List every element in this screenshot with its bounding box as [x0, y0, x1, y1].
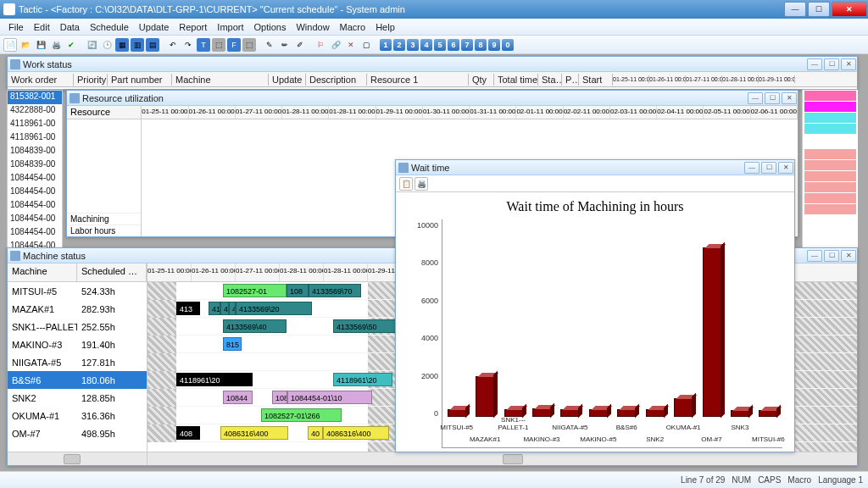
- ms-max-icon[interactable]: ☐: [824, 250, 839, 262]
- ms-table-row[interactable]: OM-#7498.95h: [8, 424, 147, 442]
- ms-table-row[interactable]: MITSUI-#5524.33h: [8, 282, 147, 300]
- gantt-bar[interactable]: 10844: [223, 391, 253, 404]
- ms-hdr-machine[interactable]: Machine: [8, 263, 77, 281]
- ms-table-row[interactable]: SNK2128.85h: [8, 389, 147, 407]
- util-min-icon[interactable]: —: [748, 92, 763, 104]
- ws-col-partnumber[interactable]: Part number: [108, 74, 172, 86]
- ws-col-start[interactable]: Start: [579, 74, 613, 86]
- wo-row-6[interactable]: 1084454-00: [8, 172, 62, 186]
- ws-col-totaltime[interactable]: Total time: [494, 74, 538, 86]
- tb-link-icon[interactable]: 🔗: [329, 38, 342, 52]
- menu-data[interactable]: Data: [55, 22, 85, 32]
- ws-col-machine[interactable]: Machine: [172, 74, 269, 86]
- util-label-labor[interactable]: Labor hours: [67, 225, 141, 236]
- tb-num-0[interactable]: 0: [502, 39, 514, 51]
- scrollbar-thumb[interactable]: [503, 454, 523, 464]
- util-max-icon[interactable]: ☐: [765, 92, 780, 104]
- ms-table-row[interactable]: B&S#6180.06h: [8, 371, 147, 389]
- util-label-machining[interactable]: Machining: [67, 213, 141, 225]
- tb-clock-icon[interactable]: 🕒: [100, 38, 114, 52]
- gantt-bar[interactable]: 1082527-01\266: [261, 408, 342, 422]
- wo-row-9[interactable]: 1084454-00: [8, 213, 62, 226]
- wo-row-1[interactable]: 4322888-00: [8, 104, 62, 118]
- wait-copy-icon[interactable]: 📋: [399, 177, 413, 191]
- ws-col-status[interactable]: Sta…: [538, 74, 562, 86]
- tb-undo-icon[interactable]: ↶: [166, 38, 180, 52]
- tb-x-icon[interactable]: ✕: [344, 38, 358, 52]
- gantt-bar[interactable]: 4133569\70: [309, 284, 361, 297]
- ms-table-row[interactable]: MAZAK#1282.93h: [8, 300, 147, 318]
- scrollbar-thumb[interactable]: [64, 454, 81, 464]
- gantt-bar[interactable]: 408: [176, 426, 200, 440]
- util-titlebar[interactable]: Resource utilization — ☐ ✕: [67, 91, 798, 106]
- tb-num-2[interactable]: 2: [393, 39, 405, 51]
- tb-open-icon[interactable]: 📂: [19, 38, 32, 52]
- gantt-bar[interactable]: 108: [272, 391, 287, 404]
- tb-flag-icon[interactable]: ⚐: [314, 38, 327, 52]
- tb-h-icon[interactable]: ⬚: [242, 38, 256, 52]
- tb-check-icon[interactable]: ✔: [64, 38, 78, 52]
- tb-grid2-icon[interactable]: ▥: [131, 38, 144, 52]
- maximize-button[interactable]: ☐: [808, 2, 830, 17]
- menu-options[interactable]: Options: [249, 22, 292, 32]
- gantt-bar[interactable]: 4086316\400: [220, 426, 288, 440]
- gantt-bar[interactable]: 40: [308, 426, 323, 440]
- ws-max-icon[interactable]: ☐: [824, 58, 839, 70]
- wo-row-2[interactable]: 4118961-00: [8, 118, 62, 131]
- tb-box-icon[interactable]: ▢: [359, 38, 373, 52]
- ws-col-resource1[interactable]: Resource 1: [367, 74, 469, 86]
- ms-hdr-scheduled[interactable]: Scheduled …: [77, 263, 147, 281]
- tb-edit1-icon[interactable]: ✎: [263, 38, 276, 52]
- gantt-bar[interactable]: 4133569\20: [236, 302, 312, 315]
- menu-macro[interactable]: Macro: [335, 22, 371, 32]
- tb-redo-icon[interactable]: ↷: [181, 38, 195, 52]
- tb-edit3-icon[interactable]: ✐: [293, 38, 307, 52]
- ms-table-row[interactable]: OKUMA-#1316.36h: [8, 407, 147, 424]
- wait-max-icon[interactable]: ☐: [761, 162, 776, 174]
- menu-import[interactable]: Import: [212, 22, 248, 32]
- gantt-bar[interactable]: 108: [287, 284, 309, 297]
- tb-g-icon[interactable]: ⬚: [212, 38, 225, 52]
- wo-row-8[interactable]: 1084454-00: [8, 199, 62, 213]
- ms-left-scrollbar[interactable]: [8, 452, 147, 465]
- tb-edit2-icon[interactable]: ✏: [278, 38, 292, 52]
- wo-row-4[interactable]: 1084839-00: [8, 145, 62, 158]
- tb-num-7[interactable]: 7: [461, 39, 473, 51]
- app-titlebar[interactable]: Tactic - <Factory : C:\OI32\DATA\DLT-GRP…: [0, 0, 868, 19]
- menu-report[interactable]: Report: [174, 22, 212, 32]
- tb-num-4[interactable]: 4: [420, 39, 432, 51]
- gantt-bar[interactable]: 4: [229, 302, 236, 315]
- wo-row-3[interactable]: 4118961-00: [8, 131, 62, 145]
- ws-min-icon[interactable]: —: [807, 58, 822, 70]
- wait-print-icon[interactable]: 🖨️: [415, 177, 428, 191]
- work-order-list[interactable]: 815382-001 4322888-00 4118961-00 4118961…: [7, 90, 63, 252]
- tb-num-1[interactable]: 1: [380, 39, 392, 51]
- gantt-bar[interactable]: 4133569\50: [333, 319, 397, 333]
- wait-titlebar[interactable]: Wait time — ☐ ✕: [396, 160, 794, 175]
- util-left-header[interactable]: Resource: [67, 106, 141, 119]
- tb-refresh-icon[interactable]: 🔄: [85, 38, 98, 52]
- ws-col-description[interactable]: Description: [306, 74, 367, 86]
- gantt-bar[interactable]: 41: [209, 302, 220, 315]
- tb-print-icon[interactable]: 🖨️: [49, 38, 63, 52]
- ms-min-icon[interactable]: —: [807, 250, 822, 262]
- menu-help[interactable]: Help: [370, 22, 400, 32]
- wo-row-0[interactable]: 815382-001: [8, 91, 62, 104]
- ws-col-workorder[interactable]: Work order: [8, 74, 74, 86]
- menu-edit[interactable]: Edit: [29, 22, 55, 32]
- tb-grid3-icon[interactable]: ▤: [146, 38, 159, 52]
- tb-num-3[interactable]: 3: [407, 39, 419, 51]
- ms-gantt-scrollbar[interactable]: [147, 452, 857, 465]
- ws-close-icon[interactable]: ✕: [841, 58, 856, 70]
- tb-num-8[interactable]: 8: [475, 39, 487, 51]
- menu-file[interactable]: File: [3, 22, 29, 32]
- ws-col-update[interactable]: Update: [269, 74, 306, 86]
- ms-close-icon[interactable]: ✕: [841, 250, 856, 262]
- tb-num-6[interactable]: 6: [448, 39, 459, 51]
- util-close-icon[interactable]: ✕: [782, 92, 797, 104]
- tb-num-9[interactable]: 9: [488, 39, 500, 51]
- tb-save-icon[interactable]: 💾: [34, 38, 47, 52]
- tb-new-icon[interactable]: 📄: [3, 38, 17, 52]
- gantt-bar[interactable]: 4118961\20: [176, 373, 253, 386]
- tb-t-icon[interactable]: T: [197, 38, 210, 52]
